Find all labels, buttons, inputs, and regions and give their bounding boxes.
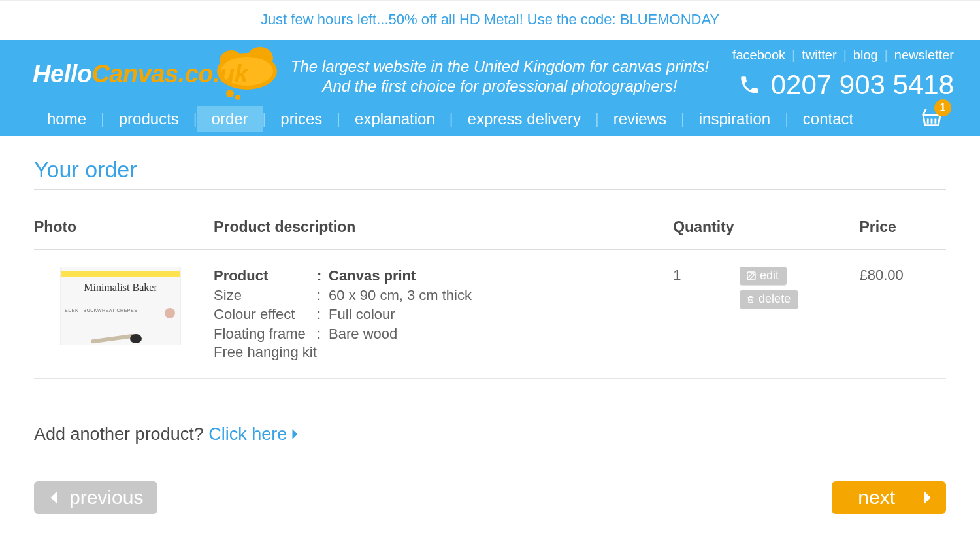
content: Your order Photo Product description Qua… [0, 136, 980, 540]
svg-point-5 [235, 95, 240, 100]
header-top: HelloCanvas.co.uk The largest website in… [0, 40, 980, 102]
nav-reviews[interactable]: reviews [599, 106, 681, 132]
product-thumbnail[interactable]: Minimalist Baker EDENT BUCKWHEAT CREPES [60, 267, 181, 345]
nav-buttons: previous next [34, 481, 946, 514]
chevron-left-icon [48, 490, 59, 505]
tagline-line2: And the first choice for professional ph… [287, 76, 712, 96]
edit-button[interactable]: edit [740, 267, 787, 285]
desc-value-size: 60 x 90 cm, 3 cm thick [325, 286, 673, 305]
desc-label-product: Product [214, 267, 317, 285]
cart-badge: 1 [934, 99, 951, 116]
chevron-right-icon [923, 490, 933, 505]
header: HelloCanvas.co.uk The largest website in… [0, 40, 980, 136]
next-label: next [858, 486, 895, 509]
chevron-right-icon [291, 424, 300, 445]
cart-button[interactable]: 1 [920, 107, 947, 131]
row-price: £80.00 [860, 250, 947, 379]
table-row: Minimalist Baker EDENT BUCKWHEAT CREPES … [34, 250, 946, 379]
link-blog[interactable]: blog [853, 48, 878, 62]
link-newsletter[interactable]: newsletter [894, 48, 954, 62]
th-photo: Photo [34, 218, 214, 250]
th-qty: Quantity [673, 218, 740, 250]
edit-label: edit [760, 269, 779, 282]
delete-label: delete [759, 292, 791, 306]
thumb-title: Minimalist Baker [61, 282, 180, 294]
delete-button[interactable]: delete [740, 290, 798, 309]
link-twitter[interactable]: twitter [802, 48, 836, 62]
phone-number[interactable]: 0207 903 5418 [719, 69, 954, 101]
product-description: Product:Canvas print Size:60 x 90 cm, 3 … [214, 267, 673, 343]
phone-text: 0207 903 5418 [771, 69, 954, 101]
desc-value-product: Canvas print [325, 267, 673, 285]
edit-icon [746, 271, 757, 281]
row-quantity: 1 [673, 250, 740, 379]
desc-value-colour: Full colour [325, 305, 673, 324]
desc-label-size: Size [214, 286, 317, 305]
add-another-prefix: Add another product? [34, 424, 208, 444]
link-facebook[interactable]: facebook [732, 48, 785, 62]
promo-bar: Just few hours left...50% off all HD Met… [0, 0, 980, 40]
tagline: The largest website in the United Kingdo… [281, 53, 719, 96]
tagline-line1: The largest website in the United Kingdo… [287, 57, 712, 76]
desc-label-frame: Floating frame [214, 325, 317, 343]
svg-point-4 [226, 90, 234, 97]
nav-contact[interactable]: contact [789, 106, 868, 132]
add-another-product: Add another product? Click here [34, 424, 946, 445]
desc-value-frame: Bare wood [325, 325, 673, 343]
nav-home[interactable]: home [33, 106, 101, 132]
add-another-link[interactable]: Click here [208, 424, 300, 444]
th-price: Price [860, 218, 947, 250]
previous-label: previous [69, 486, 143, 509]
desc-free-hanging-kit: Free hanging kit [214, 344, 673, 361]
logo-text-canvas: Canvas.co.uk [91, 60, 248, 88]
logo-text-hello: Hello [33, 60, 91, 88]
th-actions [740, 218, 859, 250]
top-links: facebook|twitter|blog|newsletter [719, 48, 954, 63]
phone-icon [738, 74, 760, 96]
th-desc: Product description [214, 218, 673, 250]
next-button[interactable]: next [832, 481, 946, 514]
previous-button[interactable]: previous [34, 481, 157, 514]
desc-label-colour: Colour effect [214, 305, 317, 324]
order-table: Photo Product description Quantity Price… [34, 218, 946, 379]
page-title: Your order [34, 157, 946, 190]
nav-order[interactable]: order [197, 106, 263, 132]
main-nav: home| products| order| prices| explanati… [0, 102, 980, 136]
nav-prices[interactable]: prices [266, 106, 336, 132]
nav-express-delivery[interactable]: express delivery [453, 106, 595, 132]
thumb-subtitle: EDENT BUCKWHEAT CREPES [65, 308, 137, 313]
nav-explanation[interactable]: explanation [340, 106, 449, 132]
svg-rect-6 [747, 272, 755, 280]
logo[interactable]: HelloCanvas.co.uk [33, 46, 281, 102]
nav-products[interactable]: products [105, 106, 193, 132]
header-right: facebook|twitter|blog|newsletter 0207 90… [719, 48, 954, 101]
nav-inspiration[interactable]: inspiration [685, 106, 785, 132]
trash-icon [746, 294, 755, 305]
